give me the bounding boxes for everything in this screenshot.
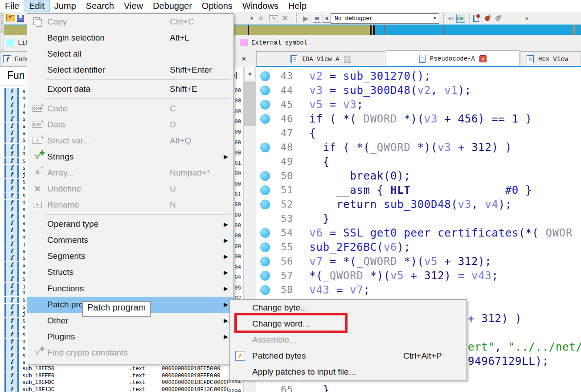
- function-icon: f: [4, 269, 19, 276]
- save-icon[interactable]: [17, 15, 24, 22]
- function-icon: f: [4, 304, 19, 310]
- toolbar-grip-4[interactable]: [469, 13, 471, 23]
- code-line-55[interactable]: 55 sub_2F26BC(v6);: [256, 240, 581, 254]
- function-icon: f: [4, 352, 19, 359]
- menubar-item-file[interactable]: File: [0, 0, 24, 12]
- code-text: __asm { HLT #0 }: [296, 183, 532, 197]
- debugger-start-icon[interactable]: ▶: [303, 14, 308, 23]
- breakpoint-icon[interactable]: [260, 185, 270, 195]
- strip-close-icon[interactable]: ✕: [239, 54, 249, 63]
- breakpoint-icon[interactable]: [260, 171, 270, 181]
- menu-item-segments[interactable]: Segments▶: [27, 248, 233, 264]
- submenu-item-assemble: Assemble...: [230, 332, 466, 348]
- code-line-58[interactable]: 58 v43 = v7;: [256, 283, 581, 297]
- tab-hex-view[interactable]: O Hex View: [520, 51, 581, 67]
- breakpoint-icon[interactable]: [260, 114, 270, 124]
- menu-item-shortcut: Shift+Enter: [170, 65, 212, 75]
- array-toolbar-icon[interactable]: ✳: [258, 14, 264, 23]
- menu-item-functions[interactable]: Functions▶: [27, 281, 233, 297]
- tab-pseudocode-close-icon[interactable]: ✕: [479, 55, 487, 62]
- rename-toolbar-icon[interactable]: ✎: [269, 14, 278, 23]
- menu-item-comments[interactable]: Comments▶: [27, 232, 233, 248]
- function-name-partial: n: [22, 235, 25, 241]
- toolbar-grip-2[interactable]: [296, 13, 298, 23]
- scrollbar-thumb[interactable]: [244, 82, 256, 126]
- code-line-52[interactable]: 52 return sub_300D48(v3, v4);: [256, 197, 581, 212]
- breakpoint-icon[interactable]: [260, 71, 270, 81]
- breakpoint-icon[interactable]: [260, 228, 270, 238]
- menu-item-operand-type[interactable]: Operand type▶: [27, 216, 233, 232]
- function-icon: f: [4, 130, 19, 137]
- menubar-item-windows[interactable]: Windows: [237, 0, 283, 12]
- debugger-selector[interactable]: No debugger ▼: [331, 13, 439, 24]
- toolbar-grip-3[interactable]: [443, 13, 445, 23]
- breakpoint-list-icon[interactable]: [473, 14, 480, 23]
- function-row-sub_18EE50[interactable]: fsub_18EE50.text000000000018EE5000: [0, 365, 227, 372]
- combo-arrow-icon[interactable]: ▼: [434, 16, 436, 21]
- function-address: 000000000018EFDC: [162, 380, 213, 386]
- code-line-48[interactable]: 48 if ( *(_QWORD *)(v3 + 312) ): [256, 140, 581, 155]
- menu-item-select-identifier[interactable]: Select identifierShift+Enter: [27, 62, 233, 78]
- menu-item-strings[interactable]: ‘s’✚Strings▶: [27, 149, 233, 165]
- menubar-item-options[interactable]: Options: [197, 0, 237, 12]
- line-number: 56: [272, 254, 293, 269]
- code-line-65[interactable]: 65 }: [256, 383, 581, 392]
- menu-item-begin-selection[interactable]: Begin selectionAlt+L: [27, 30, 233, 46]
- code-line-45[interactable]: 45 v5 = v3;: [256, 98, 581, 112]
- debugger-pause-icon[interactable]: ▮▮: [313, 14, 321, 23]
- tab-ida-view[interactable]: IDA View-A ✕: [256, 51, 385, 67]
- breakpoint-icon[interactable]: [260, 86, 270, 95]
- menu-item-select-all[interactable]: Select all: [27, 46, 233, 62]
- patched-bytes-icon: ✐: [233, 350, 248, 362]
- breakpoint-icon[interactable]: [260, 100, 270, 110]
- function-row-sub_18EEE0[interactable]: fsub_18EEE0.text000000000018EEE000: [0, 372, 227, 380]
- code-line-51[interactable]: 51 __asm { HLT #0 }: [256, 183, 581, 197]
- submenu-item-apply-patches-to-input-file[interactable]: Apply patches to input file...: [230, 364, 466, 380]
- submenu-arrow-icon: ▶: [224, 333, 228, 340]
- menubar-item-view[interactable]: View: [119, 0, 148, 12]
- debugger-stop-icon[interactable]: ■: [323, 14, 331, 23]
- navband-code-region[interactable]: [374, 25, 581, 35]
- step-out-icon[interactable]: ◄c: [446, 14, 454, 23]
- code-line-44[interactable]: 44 v3 = sub_300D48(v2, v1);: [256, 83, 581, 98]
- code-line-50[interactable]: 50 __break(0);: [256, 169, 581, 183]
- function-row-sub_18F13C[interactable]: fsub_18F13C.text000000000018F13C000000: [0, 386, 227, 392]
- menu-item-structs[interactable]: Structs▶: [27, 264, 233, 280]
- menubar-item-jump[interactable]: Jump: [49, 0, 81, 12]
- breakpoint-icon[interactable]: [260, 271, 270, 281]
- add-breakpoint-icon[interactable]: +: [485, 14, 491, 23]
- code-line-46[interactable]: 46 if ( *(_DWORD *)(v3 + 456) == 1 ): [256, 112, 581, 126]
- dock-handle[interactable]: [0, 13, 4, 50]
- code-line-57[interactable]: 57 *(_QWORD *)(v5 + 312) = v43;: [256, 269, 581, 283]
- dropdown-arrow-icon[interactable]: ▼: [250, 14, 254, 23]
- code-line-43[interactable]: 43 v2 = sub_301270();: [256, 69, 581, 83]
- menubar-item-search[interactable]: Search: [81, 0, 119, 12]
- breakpoint-icon[interactable]: [260, 143, 270, 152]
- menu-item-export-data[interactable]: Export dataShift+E: [27, 81, 233, 97]
- menubar-item-edit[interactable]: Edit: [24, 0, 49, 12]
- submenu-item-patched-bytes[interactable]: ✐Patched bytesCtrl+Alt+P: [230, 348, 466, 364]
- function-name-partial: j: [22, 241, 25, 248]
- breakpoint-icon[interactable]: [260, 285, 270, 295]
- breakpoint-icon[interactable]: [260, 257, 270, 266]
- code-line-54[interactable]: 54 v6 = SSL_get0_peer_certificates(*(_QW…: [256, 226, 581, 240]
- breakpoint-icon[interactable]: [260, 200, 270, 209]
- menubar-item-debugger[interactable]: Debugger: [148, 0, 197, 12]
- code-line-56[interactable]: 56 v7 = *(_QWORD *)(v5 + 312);: [256, 254, 581, 269]
- menu-item-plugins[interactable]: Plugins▶: [27, 329, 233, 345]
- code-line-53[interactable]: 53 }: [256, 212, 581, 226]
- menu-item-rename: ✎RenameN: [27, 197, 233, 213]
- tab-ida-view-close-icon[interactable]: ✕: [344, 56, 351, 63]
- open-file-icon[interactable]: [6, 15, 15, 21]
- undefine-toolbar-icon[interactable]: ✕: [282, 14, 288, 23]
- scroll-up-icon[interactable]: ▲: [244, 67, 256, 79]
- breakpoint-icon[interactable]: [260, 242, 270, 252]
- code-line-47[interactable]: 47 {: [256, 126, 581, 140]
- submenu-item-label: Assemble...: [252, 335, 296, 345]
- menubar-item-help[interactable]: Help: [283, 0, 311, 12]
- segment-name: .text: [129, 380, 145, 386]
- run-until-return-icon[interactable]: c►: [456, 14, 465, 23]
- tab-pseudocode[interactable]: Pseudocode-A ✕: [386, 50, 520, 67]
- function-row-sub_18EFDC[interactable]: fsub_18EFDC.text000000000018EFDC000001: [0, 379, 227, 386]
- code-line-49[interactable]: 49 {: [256, 155, 581, 169]
